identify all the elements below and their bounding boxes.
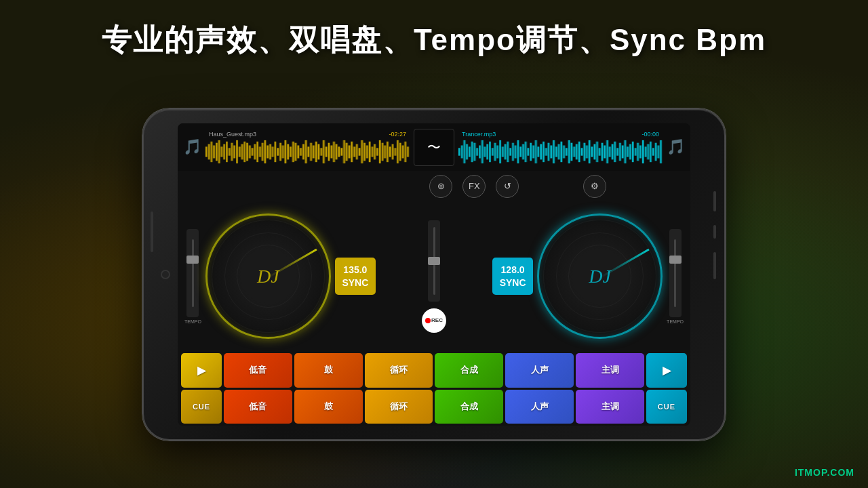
- rec-button[interactable]: REC: [422, 308, 446, 333]
- left-tempo-slider[interactable]: TEMPO: [184, 229, 201, 324]
- watermark: ITMOP.COM: [795, 467, 854, 478]
- camera-icon: [161, 270, 170, 279]
- power-button: [713, 191, 716, 211]
- right-track-time: -00:00: [642, 131, 659, 138]
- gear-icon: ⚙: [591, 181, 599, 191]
- turntable-row: TEMPO: [178, 201, 690, 351]
- left-waveform-canvas: [205, 139, 410, 165]
- key-right-button[interactable]: 主调: [576, 353, 644, 388]
- monitor-wave-icon: 〜: [427, 138, 441, 157]
- button-row-1: ▶ 低音 鼓 循环 合成 人声 主调 ▶: [181, 353, 687, 388]
- right-sync-label: SYNC: [500, 277, 526, 289]
- dj-app: 🎵 Haus_Guest.mp3 -02:27 // Will be drawn…: [178, 123, 690, 426]
- button-row-2: CUE 低音 鼓 循环 合成 人声 主调 CUE: [181, 390, 687, 424]
- cue-right-button[interactable]: CUE: [646, 390, 687, 424]
- play-left-button[interactable]: ▶: [181, 353, 222, 388]
- left-deck: TEMPO: [184, 214, 376, 339]
- synth2-left-button[interactable]: 合成: [435, 390, 503, 424]
- fx-button[interactable]: FX: [462, 175, 486, 198]
- phone-device: 🎵 Haus_Guest.mp3 -02:27 // Will be drawn…: [142, 108, 726, 441]
- left-track-time: -02:27: [389, 131, 406, 138]
- play-right-button[interactable]: ▶: [646, 353, 687, 388]
- rec-dot-icon: [425, 318, 431, 323]
- left-waveform-container: Haus_Guest.mp3 -02:27 // Will be drawn v…: [205, 129, 410, 165]
- rec-label: REC: [431, 317, 443, 323]
- eq-button[interactable]: ⊜: [429, 175, 452, 198]
- vocal2-right-button[interactable]: 人声: [505, 390, 574, 424]
- left-turntable[interactable]: DJ: [205, 214, 331, 339]
- loop-left-button[interactable]: 循环: [365, 353, 433, 388]
- volume-button: [151, 211, 153, 252]
- gear-button[interactable]: ⚙: [583, 175, 606, 198]
- right-turntable[interactable]: DJ: [537, 214, 663, 339]
- right-deck: 128.0 SYNC DJ: [492, 214, 684, 339]
- left-bpm-box: 135.0 SYNC: [335, 258, 376, 295]
- bass2-left-button[interactable]: 低音: [224, 390, 292, 424]
- right-waveform-container: Trancer.mp3 -00:00: [458, 129, 663, 165]
- page-title: 专业的声效、双唱盘、Tempo调节、Sync Bpm: [0, 20, 868, 60]
- right-btn-2: [713, 225, 716, 239]
- controls-row: ⊜ FX ↺ ⚙: [178, 171, 690, 201]
- loop-icon: ↺: [504, 181, 511, 191]
- key2-right-button[interactable]: 主调: [576, 390, 644, 424]
- right-bpm-value: 128.0: [501, 264, 525, 276]
- right-btn-3: [713, 252, 716, 279]
- right-music-icon: 🎵: [667, 138, 685, 156]
- left-track-name: Haus_Guest.mp3: [209, 131, 256, 138]
- right-outer-glow: [537, 214, 663, 339]
- right-waveform-canvas: [458, 139, 663, 165]
- drum-left-button[interactable]: 鼓: [294, 353, 363, 388]
- crossfader-slider[interactable]: [428, 220, 440, 302]
- left-music-icon: 🎵: [183, 138, 201, 156]
- left-outer-glow: [205, 214, 331, 339]
- drum2-left-button[interactable]: 鼓: [294, 390, 363, 424]
- right-bpm-box: 128.0 SYNC: [492, 258, 533, 295]
- buttons-section: ▶ 低音 鼓 循环 合成 人声 主调 ▶ CUE 低音 鼓 循环: [178, 351, 690, 426]
- right-tempo-label: TEMPO: [667, 319, 684, 324]
- bass-left-button[interactable]: 低音: [224, 353, 292, 388]
- crossfader-area: REC: [422, 220, 446, 333]
- left-bpm-value: 135.0: [343, 264, 367, 276]
- vocal-right-button[interactable]: 人声: [505, 353, 574, 388]
- right-tempo-slider[interactable]: TEMPO: [667, 229, 684, 324]
- center-monitor[interactable]: 〜: [414, 129, 454, 166]
- right-track-name: Trancer.mp3: [462, 131, 496, 138]
- phone-body: 🎵 Haus_Guest.mp3 -02:27 // Will be drawn…: [142, 108, 726, 441]
- loop-button[interactable]: ↺: [496, 175, 519, 198]
- waveform-row: 🎵 Haus_Guest.mp3 -02:27 // Will be drawn…: [178, 123, 690, 171]
- cue-left-button[interactable]: CUE: [181, 390, 222, 424]
- left-tempo-label: TEMPO: [184, 319, 201, 324]
- phone-screen: 🎵 Haus_Guest.mp3 -02:27 // Will be drawn…: [178, 123, 690, 426]
- synth-left-button[interactable]: 合成: [435, 353, 503, 388]
- eq-icon: ⊜: [437, 181, 445, 191]
- left-sync-label: SYNC: [342, 277, 368, 289]
- loop2-left-button[interactable]: 循环: [365, 390, 433, 424]
- fx-label: FX: [469, 181, 480, 191]
